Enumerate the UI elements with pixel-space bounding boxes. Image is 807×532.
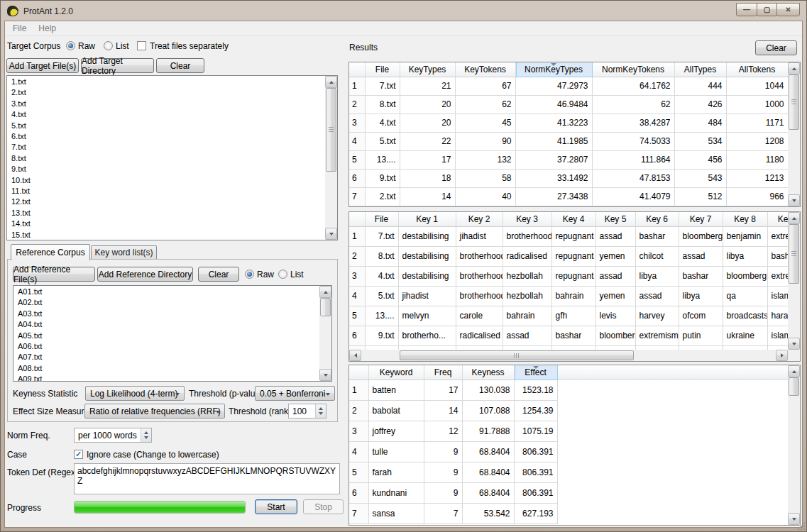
target-raw-radio[interactable] — [66, 41, 75, 50]
table-cell[interactable]: destabilising — [398, 266, 456, 286]
table-cell[interactable]: bloomberg — [723, 266, 767, 286]
table-cell[interactable]: ofcom — [679, 306, 723, 326]
table-cell[interactable]: 9 — [424, 441, 462, 462]
file-list-item[interactable]: A06.txt — [14, 341, 319, 352]
table-cell[interactable]: benjamin — [723, 226, 767, 246]
scroll-down-button[interactable] — [325, 228, 337, 240]
file-list-item[interactable]: 8.txt — [8, 153, 324, 164]
file-list-item[interactable]: 5.txt — [8, 121, 324, 131]
table-cell[interactable]: 456 — [674, 150, 726, 169]
table-cell[interactable]: assad — [595, 226, 635, 246]
file-list-item[interactable]: 10.txt — [8, 175, 324, 186]
table-cell[interactable]: bashar — [679, 266, 723, 286]
column-header[interactable]: NormKeyTokens — [592, 62, 674, 77]
table-cell[interactable]: 7.txt — [365, 226, 398, 246]
spinner-arrows-icon[interactable] — [141, 428, 151, 442]
tab-reference-corpus[interactable]: Reference Corpus — [11, 244, 90, 260]
table-cell[interactable]: 534 — [674, 132, 726, 150]
table-cell[interactable]: 62 — [592, 95, 674, 113]
table-cell[interactable]: repugnant — [551, 246, 595, 266]
table-cell[interactable]: 68.8404 — [462, 462, 514, 482]
file-list-item[interactable]: 13.txt — [8, 208, 324, 218]
table-cell[interactable]: extremism — [635, 326, 679, 345]
scroll-up-button[interactable] — [319, 286, 331, 298]
table-cell[interactable]: assad — [595, 266, 635, 286]
threshold-rank-spinner[interactable]: 100 — [288, 404, 326, 419]
table-cell[interactable]: 38.4287 — [592, 113, 674, 132]
table-row[interactable]: 513....melvyncarolebahraingfhlevisharvey… — [349, 306, 801, 326]
table-cell[interactable]: 33.1492 — [515, 169, 592, 187]
menu-help[interactable]: Help — [34, 23, 60, 33]
column-header[interactable]: AllTypes — [674, 62, 726, 77]
table-cell[interactable]: 1208 — [726, 132, 788, 150]
table-cell[interactable]: 4.txt — [365, 266, 398, 286]
table-cell[interactable]: assad — [679, 246, 723, 266]
table-cell[interactable]: 41.3223 — [515, 113, 592, 132]
reference-raw-radio[interactable] — [245, 270, 254, 279]
scrollbar-thumb[interactable] — [789, 224, 799, 284]
column-header[interactable]: Key 6 — [635, 212, 679, 226]
table-cell[interactable]: bashar — [551, 326, 595, 345]
table-cell[interactable]: 68.8404 — [462, 482, 514, 503]
table-cell[interactable]: 74.5033 — [592, 132, 674, 150]
table-cell[interactable]: 58 — [455, 169, 515, 187]
table-row[interactable]: 6kundnani968.8404806.391 — [349, 482, 557, 503]
close-button[interactable]: ✕ — [776, 3, 800, 16]
table-cell[interactable]: 1075.19 — [514, 421, 557, 441]
table-cell[interactable]: 4.txt — [365, 113, 400, 132]
column-header[interactable]: Keyness — [462, 365, 514, 379]
table-row[interactable]: 3joffrey1291.78881075.19 — [349, 421, 557, 441]
table-cell[interactable]: repugnant — [551, 226, 595, 246]
column-header[interactable]: File — [365, 212, 398, 226]
file-list-item[interactable]: 1.txt — [8, 77, 324, 87]
column-header[interactable]: Key 8 — [723, 212, 767, 226]
table-cell[interactable]: assad — [635, 286, 679, 306]
table-cell[interactable]: broadcasts — [723, 306, 767, 326]
table-cell[interactable]: 1180 — [726, 150, 788, 169]
table-cell[interactable]: 9 — [424, 462, 462, 482]
table-cell[interactable]: 17 — [400, 150, 455, 169]
table-cell[interactable]: 20 — [400, 113, 455, 132]
target-file-list[interactable]: 1.txt2.txt3.txt4.txt5.txt6.txt7.txt8.txt… — [6, 75, 338, 240]
column-header[interactable]: Freq — [424, 365, 462, 379]
table-cell[interactable]: libya — [679, 286, 723, 306]
column-header[interactable]: File — [365, 62, 400, 77]
table-cell[interactable]: 1171 — [726, 113, 788, 132]
table-cell[interactable]: 806.391 — [514, 441, 557, 462]
table-row[interactable]: 4tulle968.8404806.391 — [349, 441, 557, 462]
table-cell[interactable]: bahrain — [503, 306, 551, 326]
table-cell[interactable]: kundnani — [368, 482, 424, 503]
table-cell[interactable]: 40 — [455, 187, 515, 206]
table-cell[interactable]: qa — [723, 286, 767, 306]
table-cell[interactable]: 13.... — [365, 150, 400, 169]
table-cell[interactable]: 22 — [400, 132, 455, 150]
reference-clear-button[interactable]: Clear — [198, 267, 239, 282]
table-cell[interactable]: jihadist — [398, 286, 456, 306]
minimize-button[interactable]: — — [736, 3, 757, 16]
table-row[interactable]: 2babolat14107.0881254.39 — [349, 400, 557, 421]
tab-keyword-lists[interactable]: Key word list(s) — [91, 245, 157, 259]
scroll-up-button[interactable] — [788, 212, 800, 224]
table-cell[interactable]: 512 — [674, 187, 726, 206]
table-cell[interactable]: 37.2807 — [515, 150, 592, 169]
ignore-case-checkbox[interactable]: ✓ — [74, 450, 83, 459]
file-list-item[interactable]: A05.txt — [14, 331, 319, 341]
table-cell[interactable]: bashar — [635, 226, 679, 246]
table-cell[interactable]: yemen — [595, 246, 635, 266]
table-cell[interactable]: harvey — [635, 306, 679, 326]
table-cell[interactable]: 14 — [424, 400, 462, 421]
table-cell[interactable]: destabilising — [398, 226, 456, 246]
file-list-item[interactable]: 2.txt — [8, 87, 324, 98]
column-header[interactable]: Keyword — [368, 365, 424, 379]
table-cell[interactable]: 132 — [455, 150, 515, 169]
scrollbar-track[interactable] — [361, 350, 776, 361]
file-list-item[interactable]: 11.txt — [8, 186, 324, 196]
file-list-item[interactable]: A02.txt — [14, 297, 319, 308]
target-list-radio[interactable] — [104, 41, 113, 50]
scroll-down-button[interactable] — [319, 369, 331, 381]
table-cell[interactable]: 9.txt — [365, 169, 400, 187]
file-list-item[interactable]: A04.txt — [14, 319, 319, 330]
table-cell[interactable]: 41.1985 — [515, 132, 592, 150]
scrollbar-thumb[interactable] — [326, 88, 336, 172]
effect-size-select[interactable]: Ratio of relative frequencies (RRF) — [84, 404, 225, 419]
